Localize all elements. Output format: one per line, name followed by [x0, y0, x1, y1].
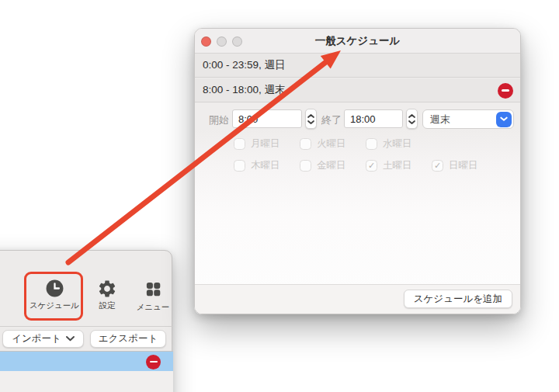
- checkbox-box: [366, 138, 377, 150]
- start-time-stepper[interactable]: [305, 109, 317, 129]
- schedule-list-selected-row[interactable]: [0, 351, 173, 371]
- import-button[interactable]: インポート: [2, 330, 84, 348]
- start-time-input[interactable]: [232, 109, 302, 128]
- main-app-window: スケジュール 設定 メニュー インポート: [0, 250, 172, 392]
- export-button-label: エクスポート: [99, 332, 158, 345]
- toolbar-menu-button[interactable]: メニュー: [122, 280, 184, 313]
- start-time-label: 開始: [209, 113, 229, 127]
- checkbox-box: ✓: [432, 160, 443, 172]
- chevron-down-icon: [500, 116, 508, 122]
- checkbox-sunday: ✓ 日曜日: [432, 159, 478, 172]
- stepper-up-icon: [408, 114, 415, 118]
- end-time-stepper[interactable]: [406, 109, 418, 129]
- export-button[interactable]: エクスポート: [90, 330, 166, 348]
- checkbox-label: 木曜日: [251, 159, 280, 172]
- checkbox-label: 金曜日: [317, 159, 346, 172]
- add-schedule-button[interactable]: スケジュールを追加: [404, 290, 512, 308]
- zoom-button: [232, 36, 242, 47]
- stepper-down-icon: [307, 120, 314, 124]
- toolbar-menu-label: メニュー: [122, 302, 184, 313]
- checkbox-label: 月曜日: [251, 137, 280, 151]
- window-title: 一般スケジュール: [315, 34, 401, 48]
- preset-dropdown-value: 週末: [430, 113, 450, 127]
- stepper-up-icon: [307, 114, 314, 118]
- schedule-list-empty-area: [0, 371, 173, 392]
- toolbar-divider: [0, 326, 173, 327]
- minimize-button: [217, 36, 227, 47]
- import-button-label: インポート: [12, 332, 61, 345]
- checkbox-box: [234, 160, 245, 172]
- checkbox-monday: 月曜日: [234, 137, 280, 151]
- checkbox-box: [300, 138, 311, 150]
- grid-icon: [122, 280, 184, 300]
- checkbox-label: 火曜日: [317, 137, 346, 151]
- close-button[interactable]: [201, 36, 211, 47]
- checkbox-label: 土曜日: [383, 159, 412, 172]
- checkbox-tuesday: 火曜日: [300, 137, 346, 151]
- checkbox-saturday: ✓ 土曜日: [366, 159, 412, 172]
- end-time-input[interactable]: [344, 109, 403, 128]
- titlebar: 一般スケジュール: [195, 29, 520, 54]
- delete-schedule-button[interactable]: [498, 83, 513, 99]
- checkbox-label: 水曜日: [383, 137, 412, 151]
- checkbox-friday: 金曜日: [300, 159, 346, 172]
- schedule-row-weekend[interactable]: 8:00 - 18:00, 週末: [195, 78, 520, 102]
- checkbox-wednesday: 水曜日: [366, 137, 412, 151]
- chevron-down-icon: [66, 336, 75, 342]
- checkbox-box: [300, 160, 311, 172]
- schedule-window: 一般スケジュール 0:00 - 23:59, 週日 8:00 - 18:00, …: [194, 28, 521, 314]
- minus-icon: [150, 361, 158, 363]
- checkbox-thursday: 木曜日: [234, 159, 280, 172]
- minus-icon: [502, 89, 509, 92]
- bottom-bar: スケジュールを追加: [195, 284, 520, 314]
- end-time-label: 終了: [321, 113, 342, 127]
- schedule-row-label: 0:00 - 23:59, 週日: [203, 58, 286, 72]
- screenshot-root: スケジュール 設定 メニュー インポート: [0, 0, 559, 392]
- checkbox-box: ✓: [366, 160, 377, 172]
- checkbox-label: 日曜日: [449, 159, 478, 172]
- preset-dropdown[interactable]: 週末: [422, 109, 514, 129]
- checkbox-box: [234, 138, 245, 150]
- delete-row-button[interactable]: [146, 355, 161, 369]
- stepper-down-icon: [408, 120, 415, 124]
- preset-dropdown-button[interactable]: [496, 112, 512, 127]
- schedule-row-label: 8:00 - 18:00, 週末: [203, 83, 286, 97]
- schedule-row-weekdays[interactable]: 0:00 - 23:59, 週日: [195, 54, 520, 78]
